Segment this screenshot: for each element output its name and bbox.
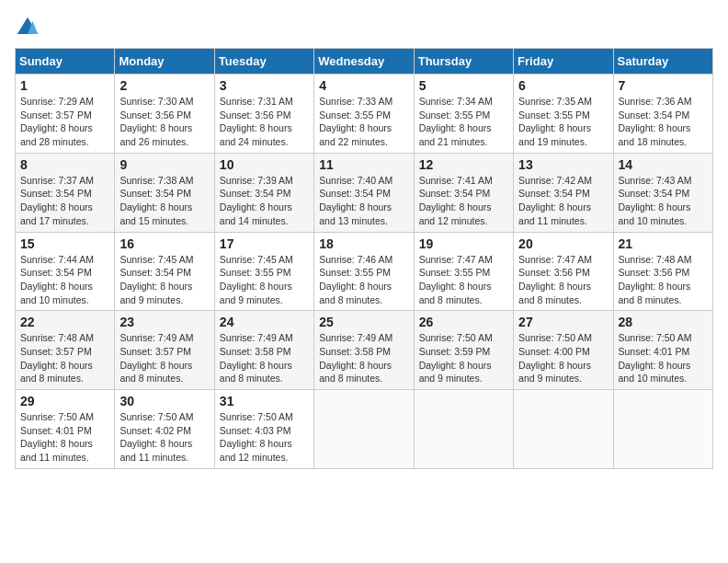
weekday-header-tuesday: Tuesday (214, 49, 313, 75)
calendar-cell: 29 Sunrise: 7:50 AM Sunset: 4:01 PM Dayl… (16, 390, 115, 469)
calendar-cell: 20 Sunrise: 7:47 AM Sunset: 3:56 PM Dayl… (514, 232, 613, 311)
day-number: 12 (419, 157, 508, 172)
calendar-cell: 3 Sunrise: 7:31 AM Sunset: 3:56 PM Dayli… (214, 75, 313, 154)
calendar-week-row: 29 Sunrise: 7:50 AM Sunset: 4:01 PM Dayl… (16, 390, 713, 469)
day-info: Sunrise: 7:49 AM Sunset: 3:57 PM Dayligh… (119, 331, 209, 385)
calendar-cell: 11 Sunrise: 7:40 AM Sunset: 3:54 PM Dayl… (314, 153, 414, 232)
day-info: Sunrise: 7:29 AM Sunset: 3:57 PM Dayligh… (20, 95, 109, 149)
day-info: Sunrise: 7:40 AM Sunset: 3:54 PM Dayligh… (319, 174, 408, 228)
calendar-cell: 23 Sunrise: 7:49 AM Sunset: 3:57 PM Dayl… (115, 311, 214, 390)
day-number: 19 (419, 236, 508, 251)
day-number: 27 (518, 315, 608, 329)
calendar-cell: 18 Sunrise: 7:46 AM Sunset: 3:55 PM Dayl… (314, 232, 414, 311)
day-number: 20 (518, 236, 608, 251)
day-number: 5 (419, 78, 508, 93)
day-number: 21 (619, 236, 708, 251)
day-number: 4 (319, 78, 408, 93)
calendar-cell: 2 Sunrise: 7:30 AM Sunset: 3:56 PM Dayli… (115, 75, 214, 154)
day-number: 14 (619, 157, 708, 172)
day-number: 10 (220, 157, 309, 172)
calendar-cell: 7 Sunrise: 7:36 AM Sunset: 3:54 PM Dayli… (613, 75, 712, 154)
day-info: Sunrise: 7:48 AM Sunset: 3:57 PM Dayligh… (20, 331, 109, 385)
day-number: 13 (518, 157, 608, 172)
calendar-cell: 24 Sunrise: 7:49 AM Sunset: 3:58 PM Dayl… (214, 311, 313, 390)
weekday-header-friday: Friday (514, 49, 613, 75)
calendar-cell: 10 Sunrise: 7:39 AM Sunset: 3:54 PM Dayl… (214, 153, 313, 232)
day-info: Sunrise: 7:38 AM Sunset: 3:54 PM Dayligh… (119, 174, 209, 228)
calendar-cell: 8 Sunrise: 7:37 AM Sunset: 3:54 PM Dayli… (16, 153, 115, 232)
header (15, 15, 713, 40)
day-info: Sunrise: 7:45 AM Sunset: 3:54 PM Dayligh… (119, 253, 209, 307)
day-number: 24 (220, 315, 309, 329)
day-number: 18 (319, 236, 408, 251)
day-number: 11 (319, 157, 408, 172)
calendar-week-row: 15 Sunrise: 7:44 AM Sunset: 3:54 PM Dayl… (16, 232, 713, 311)
day-info: Sunrise: 7:49 AM Sunset: 3:58 PM Dayligh… (319, 331, 408, 385)
day-info: Sunrise: 7:48 AM Sunset: 3:56 PM Dayligh… (619, 253, 708, 307)
day-info: Sunrise: 7:50 AM Sunset: 3:59 PM Dayligh… (419, 331, 508, 385)
day-number: 23 (119, 315, 209, 329)
weekday-header-saturday: Saturday (613, 49, 712, 75)
day-info: Sunrise: 7:33 AM Sunset: 3:55 PM Dayligh… (319, 95, 408, 149)
calendar-cell (414, 390, 513, 469)
day-number: 26 (419, 315, 508, 329)
logo (15, 15, 44, 40)
day-info: Sunrise: 7:45 AM Sunset: 3:55 PM Dayligh… (220, 253, 309, 307)
calendar-cell: 31 Sunrise: 7:50 AM Sunset: 4:03 PM Dayl… (214, 390, 313, 469)
calendar-cell: 16 Sunrise: 7:45 AM Sunset: 3:54 PM Dayl… (115, 232, 214, 311)
day-info: Sunrise: 7:50 AM Sunset: 4:00 PM Dayligh… (518, 331, 608, 385)
day-number: 1 (20, 78, 109, 93)
calendar-cell (314, 390, 414, 469)
calendar-table: SundayMondayTuesdayWednesdayThursdayFrid… (15, 48, 713, 469)
calendar-cell (613, 390, 712, 469)
day-info: Sunrise: 7:50 AM Sunset: 4:01 PM Dayligh… (20, 410, 109, 465)
day-number: 28 (619, 315, 708, 329)
calendar-cell: 14 Sunrise: 7:43 AM Sunset: 3:54 PM Dayl… (613, 153, 712, 232)
day-info: Sunrise: 7:50 AM Sunset: 4:01 PM Dayligh… (619, 331, 708, 385)
day-info: Sunrise: 7:46 AM Sunset: 3:55 PM Dayligh… (319, 253, 408, 307)
calendar-cell: 15 Sunrise: 7:44 AM Sunset: 3:54 PM Dayl… (16, 232, 115, 311)
day-info: Sunrise: 7:41 AM Sunset: 3:54 PM Dayligh… (419, 174, 508, 228)
day-number: 25 (319, 315, 408, 329)
weekday-header-sunday: Sunday (16, 49, 115, 75)
calendar-cell: 13 Sunrise: 7:42 AM Sunset: 3:54 PM Dayl… (514, 153, 613, 232)
calendar-cell: 6 Sunrise: 7:35 AM Sunset: 3:55 PM Dayli… (514, 75, 613, 154)
day-number: 7 (619, 78, 708, 93)
calendar-cell: 28 Sunrise: 7:50 AM Sunset: 4:01 PM Dayl… (613, 311, 712, 390)
day-info: Sunrise: 7:31 AM Sunset: 3:56 PM Dayligh… (220, 95, 309, 149)
weekday-header-wednesday: Wednesday (314, 49, 414, 75)
day-number: 30 (119, 394, 209, 408)
day-number: 8 (20, 157, 109, 172)
calendar-cell: 5 Sunrise: 7:34 AM Sunset: 3:55 PM Dayli… (414, 75, 513, 154)
calendar-cell: 9 Sunrise: 7:38 AM Sunset: 3:54 PM Dayli… (115, 153, 214, 232)
day-number: 22 (20, 315, 109, 329)
day-info: Sunrise: 7:35 AM Sunset: 3:55 PM Dayligh… (518, 95, 608, 149)
day-info: Sunrise: 7:34 AM Sunset: 3:55 PM Dayligh… (419, 95, 508, 149)
calendar-cell: 22 Sunrise: 7:48 AM Sunset: 3:57 PM Dayl… (16, 311, 115, 390)
calendar-cell (514, 390, 613, 469)
day-number: 6 (518, 78, 608, 93)
day-info: Sunrise: 7:49 AM Sunset: 3:58 PM Dayligh… (220, 331, 309, 385)
weekday-header-thursday: Thursday (414, 49, 513, 75)
weekday-header-row: SundayMondayTuesdayWednesdayThursdayFrid… (16, 49, 713, 75)
day-info: Sunrise: 7:37 AM Sunset: 3:54 PM Dayligh… (20, 174, 109, 228)
day-number: 16 (119, 236, 209, 251)
calendar-cell: 30 Sunrise: 7:50 AM Sunset: 4:02 PM Dayl… (115, 390, 214, 469)
calendar-cell: 21 Sunrise: 7:48 AM Sunset: 3:56 PM Dayl… (613, 232, 712, 311)
day-info: Sunrise: 7:36 AM Sunset: 3:54 PM Dayligh… (619, 95, 708, 149)
day-number: 9 (119, 157, 209, 172)
day-number: 15 (20, 236, 109, 251)
day-info: Sunrise: 7:30 AM Sunset: 3:56 PM Dayligh… (119, 95, 209, 149)
calendar-cell: 4 Sunrise: 7:33 AM Sunset: 3:55 PM Dayli… (314, 75, 414, 154)
calendar-cell: 17 Sunrise: 7:45 AM Sunset: 3:55 PM Dayl… (214, 232, 313, 311)
calendar-cell: 27 Sunrise: 7:50 AM Sunset: 4:00 PM Dayl… (514, 311, 613, 390)
calendar-week-row: 1 Sunrise: 7:29 AM Sunset: 3:57 PM Dayli… (16, 75, 713, 154)
day-info: Sunrise: 7:50 AM Sunset: 4:02 PM Dayligh… (119, 410, 209, 465)
logo-icon (15, 15, 40, 40)
calendar-cell: 1 Sunrise: 7:29 AM Sunset: 3:57 PM Dayli… (16, 75, 115, 154)
calendar-cell: 12 Sunrise: 7:41 AM Sunset: 3:54 PM Dayl… (414, 153, 513, 232)
day-number: 2 (119, 78, 209, 93)
day-info: Sunrise: 7:44 AM Sunset: 3:54 PM Dayligh… (20, 253, 109, 307)
day-info: Sunrise: 7:43 AM Sunset: 3:54 PM Dayligh… (619, 174, 708, 228)
day-info: Sunrise: 7:50 AM Sunset: 4:03 PM Dayligh… (220, 410, 309, 465)
